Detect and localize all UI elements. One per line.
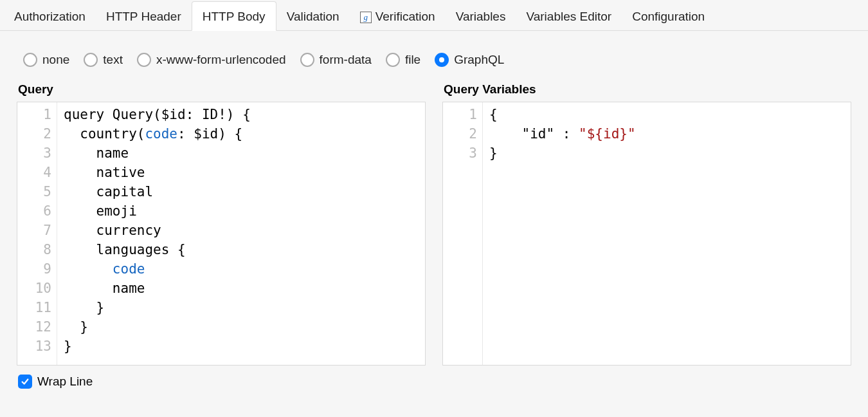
- code-line: capital: [64, 182, 251, 201]
- query-editor[interactable]: 12345678910111213 query Query($id: ID!) …: [17, 102, 426, 366]
- tab-http-header[interactable]: HTTP Header: [96, 2, 192, 30]
- tab-bar: AuthorizationHTTP HeaderHTTP BodyValidat…: [0, 0, 868, 31]
- query-editor-label: Query: [18, 82, 424, 97]
- radio-label: file: [405, 53, 420, 67]
- code-line: languages {: [64, 240, 251, 259]
- query-editor-column: Query 12345678910111213 query Query($id:…: [17, 80, 426, 366]
- code-line: }: [64, 337, 251, 356]
- code-line: currency: [64, 221, 251, 240]
- query-variables-label: Query Variables: [444, 82, 850, 97]
- tab-validation[interactable]: Validation: [276, 2, 350, 30]
- line-number: 1: [26, 105, 51, 124]
- code-line: emoji: [64, 201, 251, 221]
- radio-icon: [300, 53, 314, 67]
- line-number: 10: [26, 279, 51, 298]
- line-number: 13: [26, 337, 51, 356]
- body-type-option-text[interactable]: text: [84, 53, 123, 67]
- line-number: 4: [26, 163, 51, 182]
- tab-verification[interactable]: gVerification: [350, 2, 446, 30]
- code-line: }: [64, 298, 251, 317]
- body-type-option-graphql[interactable]: GraphQL: [435, 53, 504, 67]
- radio-label: text: [103, 53, 123, 67]
- radio-icon: [386, 53, 400, 67]
- tab-file-icon: g: [360, 12, 372, 23]
- tab-http-body[interactable]: HTTP Body: [192, 1, 276, 31]
- radio-icon: [137, 53, 151, 67]
- code-line: }: [64, 317, 251, 337]
- code-line: query Query($id: ID!) {: [64, 105, 251, 124]
- code-line: country(code: $id) {: [64, 124, 251, 144]
- line-number: 5: [26, 182, 51, 201]
- body-type-option-x-www-form-urlencoded[interactable]: x-www-form-urlencoded: [137, 53, 286, 67]
- line-number: 2: [26, 124, 51, 144]
- tab-label: Variables Editor: [526, 10, 611, 23]
- radio-icon: [435, 53, 449, 67]
- query-variables-code[interactable]: { "id" : "${id}"}: [483, 102, 642, 365]
- tab-configuration[interactable]: Configuration: [622, 2, 715, 30]
- tab-label: Authorization: [14, 10, 86, 23]
- tab-authorization[interactable]: Authorization: [4, 2, 96, 30]
- body-type-option-file[interactable]: file: [386, 53, 420, 67]
- radio-label: x-www-form-urlencoded: [156, 53, 286, 67]
- tab-variables[interactable]: Variables: [446, 2, 516, 30]
- radio-label: none: [42, 53, 69, 67]
- query-editor-code[interactable]: query Query($id: ID!) { country(code: $i…: [57, 102, 257, 365]
- line-number: 6: [26, 201, 51, 221]
- line-number: 3: [26, 144, 51, 163]
- radio-label: form-data: [320, 53, 372, 67]
- line-number: 9: [26, 259, 51, 279]
- code-line: code: [64, 259, 251, 279]
- tab-label: Verification: [375, 10, 435, 23]
- tab-label: Variables: [456, 10, 506, 23]
- tab-label: HTTP Body: [203, 10, 266, 23]
- editors-container: Query 12345678910111213 query Query($id:…: [0, 80, 868, 366]
- code-line: "id" : "${id}": [489, 124, 636, 144]
- line-number: 12: [26, 317, 51, 337]
- query-variables-gutter: 123: [443, 102, 483, 365]
- tab-label: Validation: [287, 10, 339, 23]
- wrap-line-label: Wrap Line: [37, 375, 93, 389]
- line-number: 8: [26, 240, 51, 259]
- line-number: 2: [452, 124, 477, 144]
- radio-label: GraphQL: [454, 53, 504, 67]
- line-number: 7: [26, 221, 51, 240]
- wrap-line-row: Wrap Line: [0, 366, 868, 398]
- query-variables-column: Query Variables 123 { "id" : "${id}"}: [442, 80, 851, 366]
- code-line: native: [64, 163, 251, 182]
- tab-variables-editor[interactable]: Variables Editor: [516, 2, 622, 30]
- body-type-option-none[interactable]: none: [23, 53, 69, 67]
- wrap-line-checkbox[interactable]: [18, 375, 32, 389]
- code-line: {: [489, 105, 636, 124]
- line-number: 1: [452, 105, 477, 124]
- tab-label: Configuration: [632, 10, 705, 23]
- query-variables-editor[interactable]: 123 { "id" : "${id}"}: [442, 102, 851, 366]
- code-line: }: [489, 144, 636, 163]
- radio-icon: [23, 53, 37, 67]
- body-type-radio-group: nonetextx-www-form-urlencodedform-datafi…: [0, 31, 868, 80]
- query-editor-gutter: 12345678910111213: [17, 102, 57, 365]
- line-number: 11: [26, 298, 51, 317]
- tab-label: HTTP Header: [106, 10, 181, 23]
- code-line: name: [64, 279, 251, 298]
- code-line: name: [64, 144, 251, 163]
- line-number: 3: [452, 144, 477, 163]
- radio-icon: [84, 53, 98, 67]
- checkmark-icon: [21, 377, 30, 386]
- body-type-option-form-data[interactable]: form-data: [300, 53, 372, 67]
